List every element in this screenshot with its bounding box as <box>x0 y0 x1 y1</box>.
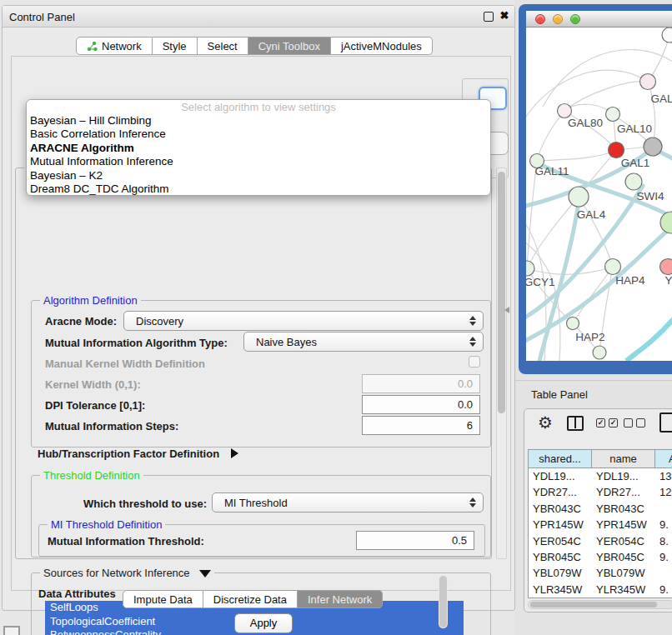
network-node-swi4[interactable] <box>625 173 642 190</box>
network-node[interactable] <box>662 28 672 42</box>
column-header[interactable]: name <box>592 450 655 468</box>
function-document-icon[interactable] <box>659 412 672 432</box>
expander-expanded-icon <box>199 570 211 578</box>
aracne-mode-select[interactable]: Discovery <box>123 311 484 331</box>
tab-select[interactable]: Select <box>198 37 248 55</box>
tab-style[interactable]: Style <box>153 37 198 55</box>
table-toolbar: ⚙ ✓✓ <box>524 409 672 446</box>
table-cell: YIL052C <box>529 598 592 598</box>
expander-collapsed-icon <box>231 448 238 458</box>
algorithm-option[interactable]: Dream8 DC_TDC Algorithm <box>27 182 490 196</box>
node-label: HAP2 <box>575 331 604 343</box>
column-header[interactable]: A <box>655 450 672 468</box>
stepper-arrows-icon <box>466 316 479 326</box>
table-row[interactable]: YBR045CYBR045C9. <box>529 549 672 565</box>
tab-network[interactable]: Network <box>76 37 153 55</box>
gear-icon[interactable]: ⚙ <box>538 414 553 431</box>
algorithm-option[interactable]: ARACNE Algorithm <box>27 142 490 155</box>
table-row[interactable]: YDR27...YDR27...12 <box>529 484 672 500</box>
algorithm-option[interactable]: Mutual Information Inference <box>27 155 490 168</box>
network-node-gcy1[interactable] <box>526 261 534 276</box>
column-layout-icon[interactable] <box>567 416 584 431</box>
network-node-hap4[interactable] <box>605 259 621 275</box>
table-cell: YDR27... <box>592 484 655 500</box>
table-row[interactable]: YDL19...YDL19...13 <box>529 468 672 484</box>
table-row[interactable]: YER054CYER054C8. <box>529 533 672 549</box>
table-cell: YDR27... <box>529 484 592 500</box>
network-node-labels: GALGAL80GAL10GAL1GAL11SWI4GAL4GCY1HAP4YH… <box>526 92 672 343</box>
zoom-traffic-light-icon[interactable] <box>570 14 580 24</box>
network-node[interactable] <box>660 212 672 233</box>
table-header-row: shared...nameA <box>529 450 672 468</box>
table-horizontal-scrollbar[interactable] <box>528 600 672 609</box>
tab-cyni-toolbox[interactable]: Cyni Toolbox <box>248 37 331 55</box>
table-row[interactable]: YIL052CYIL052C9. <box>529 598 672 598</box>
tab-label: Infer Network <box>308 593 372 606</box>
network-canvas[interactable]: GALGAL80GAL10GAL1GAL11SWI4GAL4GCY1HAP4YH… <box>526 28 672 361</box>
network-node-gal[interactable] <box>640 74 656 90</box>
table-row[interactable]: YPR145WYPR145W9. <box>529 517 672 532</box>
close-traffic-light-icon[interactable] <box>535 14 545 24</box>
network-node[interactable] <box>593 346 606 359</box>
data-attributes-label: Data Attributes <box>38 588 116 600</box>
network-node-hap2[interactable] <box>567 318 579 330</box>
node-label: GAL1 <box>621 157 650 169</box>
mi-threshold-field[interactable]: 0.5 <box>356 531 474 550</box>
mi-type-select[interactable]: Naive Bayes <box>243 332 484 352</box>
settings-vertical-scrollbar[interactable] <box>496 168 507 559</box>
node-attribute-table[interactable]: shared...nameA YDL19...YDL19...13YDR27..… <box>528 449 672 598</box>
minimize-traffic-light-icon[interactable] <box>553 14 563 24</box>
algorithm-option[interactable]: Bayesian – Hill Climbing <box>27 114 490 128</box>
float-window-icon[interactable] <box>484 12 494 22</box>
tab-label: Select <box>208 40 238 52</box>
deselect-all-icon[interactable] <box>624 418 645 428</box>
minimized-panel-icon[interactable] <box>3 626 20 635</box>
network-node[interactable] <box>644 138 662 156</box>
algorithm-dropdown-popup: Select algorithm to view settings Bayesi… <box>26 99 491 196</box>
tab-discretize-data[interactable]: Discretize Data <box>203 590 298 608</box>
network-node-gal10[interactable] <box>606 108 620 122</box>
stepper-arrows-icon <box>466 337 479 347</box>
table-cell: YER054C <box>592 533 655 549</box>
node-label: GAL80 <box>568 117 603 129</box>
table-row[interactable]: YBL079WYBL079W <box>529 565 672 581</box>
sources-group-title[interactable]: Sources for Network Inference <box>40 567 214 579</box>
hub-definition-expander[interactable]: Hub/Transcription Factor Definition <box>38 448 238 460</box>
node-label: SWI4 <box>636 190 664 202</box>
attributes-scrollbar[interactable] <box>439 575 448 628</box>
network-node-y[interactable] <box>660 259 672 275</box>
network-window-titlebar[interactable] <box>526 11 672 28</box>
manual-kernel-checkbox[interactable] <box>469 356 480 368</box>
select-all-icon[interactable]: ✓✓ <box>596 418 618 428</box>
panel-divider-collapse-icon[interactable] <box>504 307 509 313</box>
network-node-gal80[interactable] <box>558 104 572 118</box>
table-cell: YBL079W <box>592 565 655 581</box>
mi-steps-field[interactable]: 6 <box>362 416 480 435</box>
tab-impute-data[interactable]: Impute Data <box>123 590 203 608</box>
tab-label: Impute Data <box>133 593 193 606</box>
control-panel-tabs: NetworkStyleSelectCyni ToolboxjActiveMNo… <box>76 37 433 55</box>
network-node-gal4[interactable] <box>569 187 589 207</box>
table-cell: 12 <box>655 484 672 500</box>
close-icon[interactable]: ✖ <box>499 10 510 22</box>
algorithm-option[interactable]: Basic Correlation Inference <box>27 128 490 141</box>
column-header[interactable]: shared... <box>529 450 592 468</box>
tab-jactivemnodules[interactable]: jActiveMNodules <box>331 37 433 55</box>
table-row[interactable]: YBR043CYBR043C <box>529 501 672 517</box>
table-cell: YIL052C <box>592 598 655 598</box>
tab-infer-network[interactable]: Infer Network <box>298 590 383 608</box>
algorithm-dropdown-placeholder: Select algorithm to view settings <box>27 101 490 114</box>
algorithm-option[interactable]: Bayesian – K2 <box>27 169 490 182</box>
mi-type-value: Naive Bayes <box>244 336 466 348</box>
apply-button[interactable]: Apply <box>234 613 293 633</box>
dpi-tolerance-field[interactable]: 0.0 <box>362 395 480 414</box>
cyni-algorithm-settings-group: Cyni Algorithm Settings Algorithm Defini… <box>15 168 492 559</box>
which-threshold-select[interactable]: MI Threshold <box>212 492 484 512</box>
tab-label: Discretize Data <box>213 593 287 606</box>
network-node-gal1[interactable] <box>609 142 624 158</box>
kernel-width-field[interactable]: 0.0 <box>362 374 480 393</box>
application-window: Control Panel ✖ NetworkStyleSelectCyni T… <box>0 0 672 635</box>
table-cell: YLR345W <box>592 582 655 598</box>
table-row[interactable]: YLR345WYLR345W9. <box>529 582 672 598</box>
table-cell: 9. <box>655 549 672 565</box>
